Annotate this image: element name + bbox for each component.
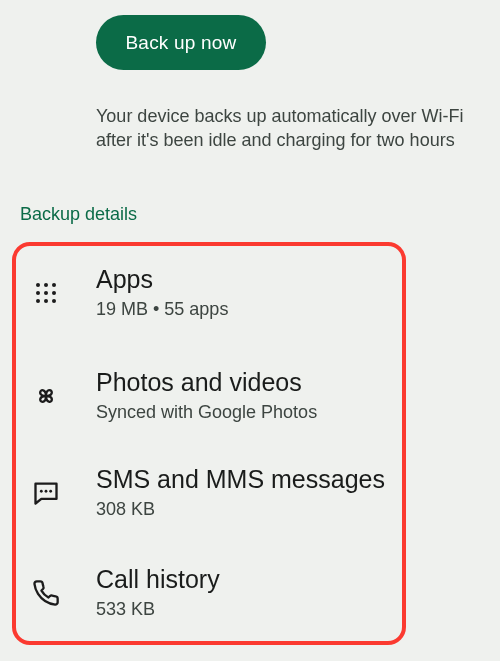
svg-point-3 (36, 291, 40, 295)
svg-point-7 (44, 299, 48, 303)
phone-icon (30, 577, 62, 609)
svg-point-0 (36, 283, 40, 287)
svg-point-6 (36, 299, 40, 303)
section-title-backup-details: Backup details (20, 204, 137, 225)
apps-icon (30, 277, 62, 309)
pinwheel-icon (30, 380, 62, 412)
svg-point-2 (52, 283, 56, 287)
svg-point-1 (44, 283, 48, 287)
svg-point-4 (44, 291, 48, 295)
row-photos-title: Photos and videos (96, 368, 302, 397)
row-sms-subtitle: 308 KB (96, 499, 155, 520)
row-calls-title: Call history (96, 565, 220, 594)
backup-info-text: Your device backs up automatically over … (96, 104, 486, 152)
row-apps-title: Apps (96, 265, 153, 294)
row-photos[interactable]: Photos and videos Synced with Google Pho… (0, 368, 500, 438)
svg-point-8 (52, 299, 56, 303)
row-apps[interactable]: Apps 19 MB • 55 apps (0, 265, 500, 335)
message-icon (30, 477, 62, 509)
row-sms[interactable]: SMS and MMS messages 308 KB (0, 465, 500, 535)
svg-point-9 (40, 490, 43, 493)
backup-now-button[interactable]: Back up now (96, 15, 266, 70)
svg-point-11 (49, 490, 52, 493)
row-apps-subtitle: 19 MB • 55 apps (96, 299, 228, 320)
svg-point-5 (52, 291, 56, 295)
svg-point-10 (45, 490, 48, 493)
row-calls-subtitle: 533 KB (96, 599, 155, 620)
row-call-history[interactable]: Call history 533 KB (0, 565, 500, 635)
row-sms-title: SMS and MMS messages (96, 465, 385, 494)
row-photos-subtitle: Synced with Google Photos (96, 402, 317, 423)
